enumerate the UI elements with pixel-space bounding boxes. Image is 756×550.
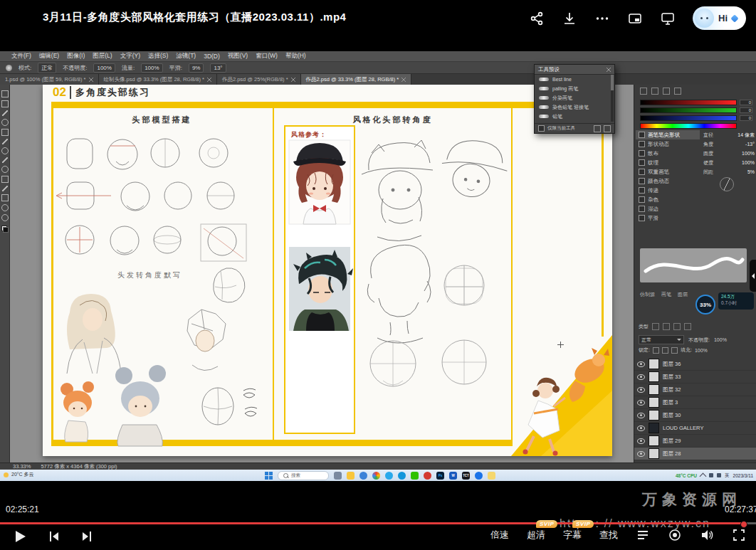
- quality-button[interactable]: 超清 SVIP: [527, 529, 545, 541]
- ps-canvas-area[interactable]: 02 多角度头部练习 头部模型搭建 风格化头部转角度 风格参考： 头发转角度默写: [10, 85, 634, 462]
- tab-brush[interactable]: 画笔: [661, 291, 671, 298]
- eyedropper-tool-icon[interactable]: [2, 139, 8, 144]
- panel-icon[interactable]: [651, 88, 658, 95]
- menu-file[interactable]: 文件(F): [11, 52, 31, 60]
- menu-help[interactable]: 帮助(H): [285, 52, 306, 60]
- photoshop-icon[interactable]: Ps: [436, 472, 444, 480]
- layer-opacity-value[interactable]: 100%: [714, 337, 727, 342]
- close-icon[interactable]: [291, 78, 295, 82]
- zoom-tool-icon[interactable]: [1, 214, 9, 221]
- checkbox-icon[interactable]: [538, 125, 545, 132]
- opacity-value[interactable]: 100%: [93, 63, 115, 73]
- checkbox-icon[interactable]: [639, 215, 645, 221]
- detail-value[interactable]: 5%: [747, 169, 755, 174]
- text-tool-icon[interactable]: [1, 194, 9, 201]
- ime-indicator[interactable]: 英: [725, 472, 730, 479]
- preset-item[interactable]: Best line: [535, 75, 614, 84]
- lock-icon[interactable]: [671, 347, 678, 354]
- volume-icon[interactable]: [700, 528, 714, 542]
- eye-icon[interactable]: [637, 438, 645, 444]
- brush-setting-row[interactable]: 平滑: [636, 213, 700, 223]
- blue-slider[interactable]: [640, 115, 737, 121]
- hand-tool-icon[interactable]: [1, 204, 9, 211]
- cast-icon[interactable]: [660, 11, 676, 26]
- tab-layers[interactable]: 图层: [678, 291, 688, 298]
- tct-icon[interactable]: TCT: [462, 472, 470, 480]
- brush-setting-row[interactable]: 纹理: [636, 158, 700, 167]
- playlist-icon[interactable]: [636, 528, 650, 542]
- flow-value[interactable]: 100%: [141, 63, 162, 73]
- tray-expand-icon[interactable]: [700, 473, 707, 480]
- detail-value[interactable]: 100%: [742, 160, 755, 165]
- layer-blend-select[interactable]: 正常: [639, 335, 684, 344]
- color-swatches[interactable]: [1, 226, 8, 232]
- brush-angle-control[interactable]: [720, 177, 734, 191]
- eraser-tool-icon[interactable]: [1, 176, 9, 183]
- menu-type[interactable]: 文字(Y): [120, 52, 140, 60]
- checkbox-icon[interactable]: [639, 132, 645, 138]
- download-icon[interactable]: [562, 11, 577, 26]
- detail-value[interactable]: 14 像素: [737, 132, 755, 139]
- menu-layer[interactable]: 图层(L): [93, 52, 112, 60]
- progress-bar[interactable]: [0, 522, 756, 524]
- zoom-level[interactable]: 33.33%: [13, 463, 31, 470]
- close-icon[interactable]: [207, 78, 211, 82]
- eye-icon[interactable]: [637, 374, 645, 380]
- record-icon[interactable]: [668, 528, 682, 542]
- checkbox-icon[interactable]: [639, 178, 645, 184]
- chrome-icon[interactable]: [372, 472, 380, 480]
- layer-row[interactable]: 图层 36: [634, 358, 756, 371]
- checkbox-icon[interactable]: [639, 196, 645, 203]
- menu-view[interactable]: 视图(V): [228, 52, 248, 60]
- preset-item[interactable]: 铅笔: [535, 112, 614, 121]
- heal-tool-icon[interactable]: [1, 147, 9, 154]
- lasso-tool-icon[interactable]: [2, 110, 8, 116]
- windows-start-icon[interactable]: [265, 472, 273, 480]
- document-tab-3[interactable]: 作品2.psd @ 25%(RGB/8) *: [217, 74, 301, 85]
- taskbar-search[interactable]: 搜索: [278, 471, 329, 480]
- wechat-icon[interactable]: [411, 472, 419, 480]
- detail-value[interactable]: 100%: [742, 151, 755, 156]
- volume-tray-icon[interactable]: [717, 473, 721, 477]
- eye-icon[interactable]: [637, 425, 645, 431]
- document-tab-4-active[interactable]: 作品2.psd @ 33.3% (图层 28, RGB/8) *: [301, 74, 412, 85]
- close-icon[interactable]: [89, 78, 93, 82]
- crop-tool-icon[interactable]: [1, 129, 9, 136]
- file-explorer-icon[interactable]: [347, 472, 355, 480]
- magic-wand-tool-icon[interactable]: [1, 119, 9, 126]
- filter-icon[interactable]: [663, 323, 670, 330]
- blend-mode-select[interactable]: 正常: [38, 63, 56, 73]
- checkbox-icon[interactable]: [639, 169, 645, 175]
- checkbox-icon[interactable]: [639, 187, 645, 194]
- brush-setting-row[interactable]: 散布: [636, 149, 700, 158]
- subtitle-button[interactable]: 字幕 SVIP: [563, 529, 582, 541]
- layer-row[interactable]: 图层 32: [634, 384, 756, 396]
- blue-value[interactable]: 0: [740, 115, 752, 121]
- menu-edit[interactable]: 编辑(E): [39, 52, 59, 60]
- eye-icon[interactable]: [637, 387, 645, 393]
- fullscreen-icon[interactable]: [732, 528, 746, 542]
- cpu-temp[interactable]: 48°C CPU: [676, 473, 697, 478]
- brush-angle-value[interactable]: 13°: [210, 63, 226, 73]
- layer-row[interactable]: 图层 3: [634, 396, 756, 409]
- smoothing-value[interactable]: 9%: [189, 63, 204, 73]
- panel-icon[interactable]: [663, 88, 670, 95]
- pen-tool-icon[interactable]: [2, 186, 8, 191]
- lock-icon[interactable]: [662, 347, 668, 354]
- eye-icon[interactable]: [637, 361, 645, 367]
- eye-icon[interactable]: [637, 413, 645, 418]
- share-icon[interactable]: [529, 11, 545, 26]
- lock-icon[interactable]: [653, 347, 659, 354]
- ai-assistant-button[interactable]: Hi: [693, 6, 746, 30]
- menu-window[interactable]: 窗口(W): [256, 52, 278, 60]
- spectrum-slider[interactable]: [640, 123, 737, 129]
- menu-3d[interactable]: 3D(D): [204, 53, 220, 60]
- fill-value[interactable]: 100%: [695, 348, 708, 353]
- brush-preset-icon[interactable]: [6, 65, 12, 71]
- green-slider[interactable]: [640, 107, 737, 113]
- taskbar-weather[interactable]: 20°C 多云: [4, 471, 34, 478]
- layer-row[interactable]: 图层 30: [634, 409, 756, 422]
- qq-icon[interactable]: [398, 472, 406, 480]
- move-tool-icon[interactable]: [1, 90, 9, 97]
- telegram-icon[interactable]: [385, 472, 393, 480]
